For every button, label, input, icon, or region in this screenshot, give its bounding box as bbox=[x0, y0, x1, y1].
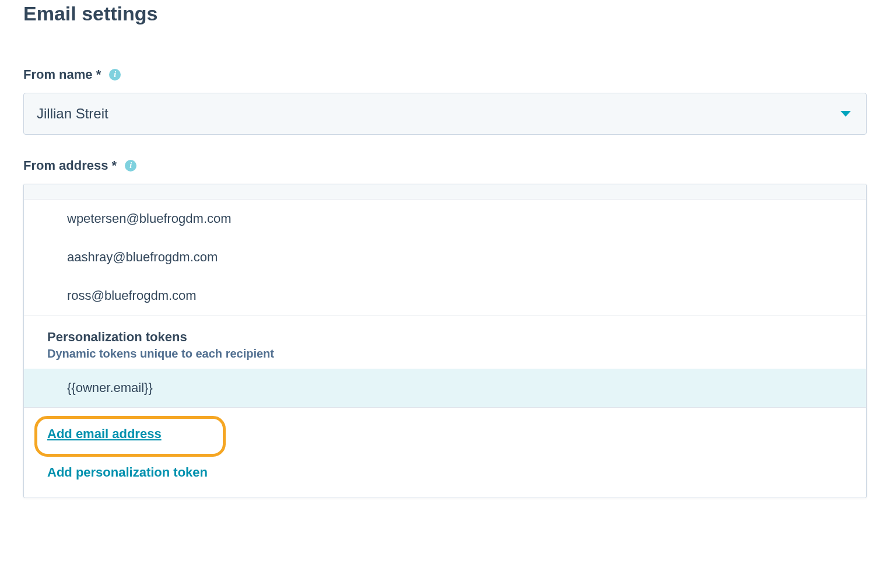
tokens-group-title: Personalization tokens bbox=[47, 330, 854, 345]
info-icon[interactable]: i bbox=[109, 69, 121, 80]
from-name-label: From name * bbox=[23, 67, 101, 82]
from-address-dropdown: wpetersen@bluefrogdm.com aashray@bluefro… bbox=[23, 184, 867, 498]
address-option[interactable]: wpetersen@bluefrogdm.com bbox=[24, 200, 866, 238]
section-title: Email settings bbox=[23, 2, 867, 25]
dropdown-actions: Add email address Add personalization to… bbox=[24, 407, 866, 498]
info-icon[interactable]: i bbox=[125, 160, 136, 172]
from-name-select[interactable]: Jillian Streit bbox=[23, 93, 867, 135]
address-option[interactable]: aashray@bluefrogdm.com bbox=[24, 238, 866, 276]
dropdown-search-area[interactable] bbox=[24, 184, 866, 200]
address-option[interactable]: ross@bluefrogdm.com bbox=[24, 276, 866, 315]
add-personalization-token-link[interactable]: Add personalization token bbox=[47, 465, 208, 480]
from-name-value: Jillian Streit bbox=[37, 106, 108, 122]
from-address-label: From address * bbox=[23, 158, 117, 173]
add-email-address-link[interactable]: Add email address bbox=[47, 426, 162, 442]
from-name-field: From name * i Jillian Streit bbox=[23, 67, 867, 135]
caret-down-icon bbox=[840, 111, 851, 117]
tokens-group-header: Personalization tokens Dynamic tokens un… bbox=[24, 315, 866, 369]
from-address-field: From address * i wpetersen@bluefrogdm.co… bbox=[23, 158, 867, 498]
token-option[interactable]: {{owner.email}} bbox=[24, 369, 866, 407]
tokens-group-subtitle: Dynamic tokens unique to each recipient bbox=[47, 347, 854, 360]
